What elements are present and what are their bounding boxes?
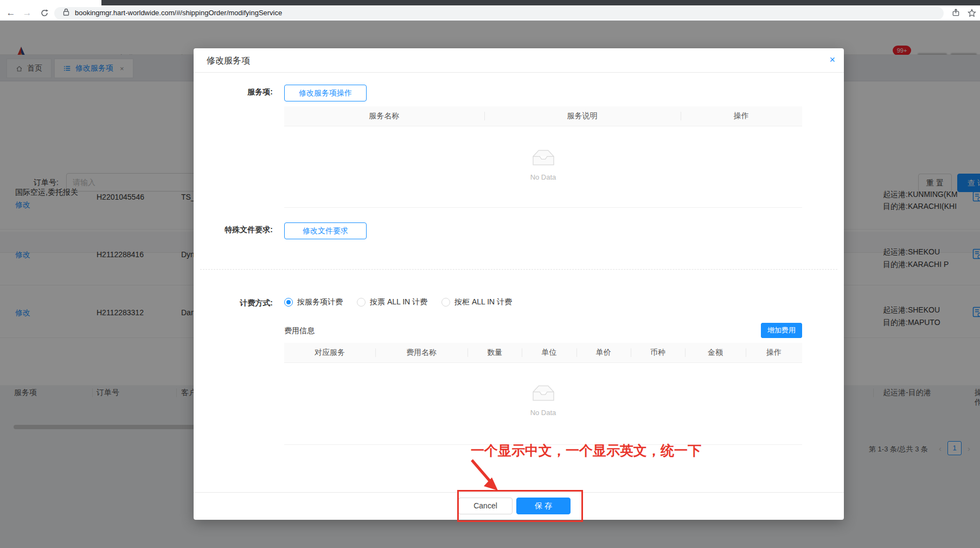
fee-col-action: 操作 xyxy=(746,343,802,362)
modify-service-ops-button[interactable]: 修改服务项操作 xyxy=(284,85,367,101)
bookmark-star-icon[interactable] xyxy=(965,7,978,20)
fee-col-amount: 金额 xyxy=(685,343,746,362)
modify-file-req-button[interactable]: 修改文件要求 xyxy=(284,222,367,239)
fee-col-qty: 数量 xyxy=(467,343,522,362)
back-icon[interactable]: ← xyxy=(4,7,17,20)
browser-toolbar: ← → bookingmgr.hart-worldwide.com/#/ship… xyxy=(0,5,980,21)
radio-selected-icon[interactable] xyxy=(284,298,293,307)
section-divider xyxy=(200,269,837,270)
fee-table: 对应服务 费用名称 数量 单位 单价 币种 金额 操作 xyxy=(284,343,802,363)
annotation-rectangle xyxy=(457,490,583,522)
service-label: 服务项: xyxy=(194,87,273,97)
no-data-text: No Data xyxy=(284,173,802,181)
fee-col-currency: 币种 xyxy=(631,343,685,362)
radio-label: 按柜 ALL IN 计费 xyxy=(454,297,512,307)
add-fee-button[interactable]: 增加费用 xyxy=(761,323,802,338)
modal-title: 修改服务项 xyxy=(207,55,250,67)
empty-box-icon xyxy=(528,383,559,403)
empty-box-icon xyxy=(528,147,559,168)
billing-method-label: 计费方式: xyxy=(194,298,273,308)
url-text[interactable]: bookingmgr.hart-worldwide.com/#/shipping… xyxy=(75,9,282,17)
browser-tab-strip xyxy=(0,0,980,5)
radio-label: 按服务项计费 xyxy=(297,297,343,307)
billing-radio-group: 按服务项计费 按票 ALL IN 计费 按柜 ALL IN 计费 xyxy=(284,297,512,307)
fee-info-label: 费用信息 xyxy=(284,326,315,336)
browser-active-tab[interactable] xyxy=(0,0,101,5)
modal-close-icon[interactable]: × xyxy=(829,54,835,65)
service-table-col-desc: 服务说明 xyxy=(484,106,681,126)
service-table-col-action: 操作 xyxy=(681,106,802,126)
refresh-icon[interactable] xyxy=(38,7,51,20)
fee-table-empty: No Data xyxy=(284,363,802,445)
no-data-text: No Data xyxy=(284,409,802,417)
fee-col-price: 单价 xyxy=(577,343,631,362)
fee-col-name: 费用名称 xyxy=(375,343,467,362)
annotation-arrow-icon xyxy=(467,459,505,494)
radio-by-container-allin[interactable]: 按柜 ALL IN 计费 xyxy=(441,297,512,307)
lock-icon xyxy=(63,8,69,18)
share-icon[interactable] xyxy=(949,7,962,20)
radio-unselected-icon[interactable] xyxy=(441,298,450,307)
annotation-text: 一个显示中文，一个显示英文，统一下 xyxy=(471,442,701,460)
service-table-empty: No Data xyxy=(284,126,802,208)
radio-by-ticket-allin[interactable]: 按票 ALL IN 计费 xyxy=(357,297,427,307)
radio-label: 按票 ALL IN 计费 xyxy=(370,297,427,307)
special-file-label: 特殊文件要求: xyxy=(194,225,273,235)
service-table-col-name: 服务名称 xyxy=(284,106,484,126)
fee-col-service: 对应服务 xyxy=(284,343,375,362)
fee-col-unit: 单位 xyxy=(522,343,576,362)
forward-icon[interactable]: → xyxy=(21,7,34,20)
service-table: 服务名称 服务说明 操作 xyxy=(284,106,802,126)
radio-unselected-icon[interactable] xyxy=(357,298,366,307)
radio-by-service[interactable]: 按服务项计费 xyxy=(284,297,343,307)
